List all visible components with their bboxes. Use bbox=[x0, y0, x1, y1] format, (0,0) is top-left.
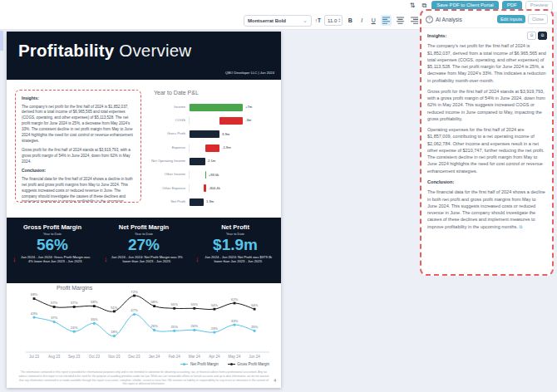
waterfall-row: Net Operating Income2.1m bbox=[150, 154, 273, 168]
waterfall-value-label: +7m bbox=[245, 105, 252, 109]
font-family-select[interactable]: Montserrat Bold ⌄ bbox=[244, 15, 312, 27]
font-size-icon: ↑T bbox=[315, 17, 321, 23]
waterfall-category-label: Income bbox=[150, 105, 189, 110]
waterfall-bar bbox=[219, 117, 243, 125]
x-tick-label: May 24 bbox=[229, 355, 241, 359]
bold-button[interactable]: B bbox=[346, 17, 354, 23]
data-point bbox=[73, 331, 76, 333]
waterfall-bar bbox=[190, 198, 204, 206]
data-point-label: 33% bbox=[231, 319, 239, 323]
waterfall-bar-zone: -304.4k bbox=[189, 184, 273, 192]
waterfall-row: COGS-3m bbox=[150, 114, 273, 127]
data-point bbox=[133, 295, 136, 297]
pnl-chart-section: Year to Date P&L Income+7mCOGS-3mGross P… bbox=[150, 90, 273, 208]
waterfall-category-label: Other Income bbox=[150, 173, 189, 177]
align-right-icon bbox=[411, 17, 418, 24]
edit-inputs-button[interactable]: Edit Inputs bbox=[497, 15, 525, 24]
waterfall-category-label: Gross Profit bbox=[150, 132, 189, 136]
data-point-label: 23% bbox=[211, 326, 219, 331]
profit-margins-title: Profit Margins bbox=[57, 285, 281, 291]
waterfall-bar-zone: 2.1m bbox=[189, 158, 273, 165]
kpi-note-text: Jan 2024 - Jun 2024: Gross Profit Margin… bbox=[19, 255, 93, 264]
share-icon[interactable]: ⧉ bbox=[421, 2, 429, 9]
kpi-card: Gross Profit MarginYear to Date56%↓Jan 2… bbox=[7, 218, 98, 283]
copy-icon[interactable]: ⧉ bbox=[519, 224, 522, 229]
report-page[interactable]: Profitability Overview QBO Developer LLC… bbox=[7, 32, 281, 388]
font-size-input[interactable]: 11.0 ▴▾ bbox=[324, 15, 343, 26]
waterfall-category-label: Other Expense bbox=[150, 187, 189, 191]
down-arrow-icon: ↓ bbox=[195, 255, 200, 263]
pnl-waterfall-chart: Income+7mCOGS-3mGross Profit3.9mExpense-… bbox=[150, 100, 273, 208]
ai-insight-paragraph: Operating expenses for the first half of… bbox=[427, 126, 546, 174]
waterfall-bar bbox=[190, 104, 243, 111]
info-icon: ? bbox=[426, 16, 433, 23]
x-tick-label: Apr 24 bbox=[209, 355, 220, 359]
data-point-label: 51% bbox=[111, 306, 118, 310]
doc-insight-paragraph: Gross profit for the first half of 2024 … bbox=[22, 148, 135, 165]
data-point-label: 68% bbox=[31, 292, 38, 296]
data-point-label: 43% bbox=[31, 311, 38, 316]
legend-item: Net Profit Margin bbox=[180, 362, 218, 366]
close-button[interactable]: Close bbox=[528, 14, 548, 24]
ai-panel-header: ? AI Analysis Edit Inputs Close bbox=[421, 11, 552, 28]
doc-conclusion-paragraph: The financial data for the first half of… bbox=[22, 177, 135, 203]
data-point-label: 57% bbox=[71, 301, 78, 305]
font-size-stepper[interactable]: ▴▾ bbox=[338, 18, 340, 22]
waterfall-bar-zone: -1.9m bbox=[189, 145, 273, 152]
ai-analysis-panel: ? AI Analysis Edit Inputs Close ⧉ ⧉ Insi… bbox=[420, 9, 554, 276]
italic-button[interactable]: I bbox=[357, 17, 366, 23]
copy-insights-button[interactable]: ⧉ bbox=[527, 32, 536, 40]
align-center-button[interactable] bbox=[395, 15, 406, 26]
line-chart-svg: Jul 23Aug 23Sep 23Oct 23Nov 23Dec 23Jan … bbox=[12, 291, 279, 364]
waterfall-bar bbox=[204, 184, 206, 192]
kpi-card: Net ProfitYear to Date$1.9m↓Jan 2024 - J… bbox=[190, 218, 281, 283]
doc-insights-box[interactable]: Insights: The company's net profit for t… bbox=[15, 90, 141, 203]
waterfall-category-label: COGS bbox=[150, 119, 189, 123]
data-point bbox=[53, 306, 56, 308]
legend-item: Gross Profit Margin bbox=[228, 362, 269, 366]
waterfall-bar bbox=[190, 158, 205, 165]
ai-conclusion-heading: Conclusion: bbox=[427, 179, 546, 185]
align-center-icon bbox=[397, 17, 404, 24]
apply-insights-button[interactable]: ⧉ bbox=[538, 32, 547, 40]
kpi-value: 27% bbox=[98, 236, 190, 254]
report-body: Insights: The company's net profit for t… bbox=[7, 80, 281, 208]
data-point bbox=[193, 329, 195, 331]
kpi-title: Net Profit bbox=[190, 223, 281, 231]
data-point-label: 25% bbox=[251, 325, 259, 329]
waterfall-value-label: -304.4k bbox=[209, 186, 220, 190]
underline-button[interactable]: U bbox=[369, 17, 377, 23]
data-point bbox=[133, 313, 136, 316]
waterfall-bar bbox=[205, 171, 206, 179]
report-title: Profitability Overview bbox=[18, 41, 281, 61]
align-left-button[interactable] bbox=[381, 15, 392, 26]
data-point-label: 58% bbox=[91, 300, 98, 304]
data-point bbox=[33, 297, 36, 300]
x-tick-label: Nov 23 bbox=[108, 355, 121, 359]
waterfall-value-label: 3.9m bbox=[222, 132, 229, 136]
doc-insight-paragraph: The company's net profit for the first h… bbox=[22, 105, 135, 145]
waterfall-value-label: 2.1m bbox=[208, 159, 215, 163]
align-right-button[interactable] bbox=[409, 15, 420, 26]
x-tick-label: Jul 23 bbox=[29, 355, 40, 359]
waterfall-row: Net Profit1.9m bbox=[150, 195, 273, 208]
legend-marker bbox=[228, 363, 235, 365]
waterfall-value-label: -1.9m bbox=[222, 145, 231, 149]
pnl-chart-title: Year to Date P&L bbox=[154, 90, 273, 96]
kpi-value: 56% bbox=[7, 236, 98, 254]
data-point-label: 55% bbox=[191, 302, 199, 306]
x-tick-label: Aug 23 bbox=[48, 355, 61, 359]
data-point-label: 37% bbox=[51, 316, 58, 320]
report-banner: Profitability Overview QBO Developer LLC… bbox=[7, 32, 281, 80]
data-point-label: 24% bbox=[71, 326, 78, 330]
waterfall-row: Other Expense-304.4k bbox=[150, 182, 273, 195]
data-point-label: 35% bbox=[91, 317, 98, 321]
page-number: 4 bbox=[274, 379, 276, 383]
up-down-arrows-icon[interactable]: ⇅ bbox=[408, 2, 417, 9]
data-point-label: 26% bbox=[150, 324, 158, 328]
left-panel-edge bbox=[0, 31, 3, 51]
down-arrow-icon: ↓ bbox=[104, 255, 108, 263]
legend-label: Net Profit Margin bbox=[190, 362, 219, 366]
waterfall-row: Gross Profit3.9m bbox=[150, 128, 273, 141]
waterfall-bar-zone: 3.9m bbox=[189, 130, 273, 138]
